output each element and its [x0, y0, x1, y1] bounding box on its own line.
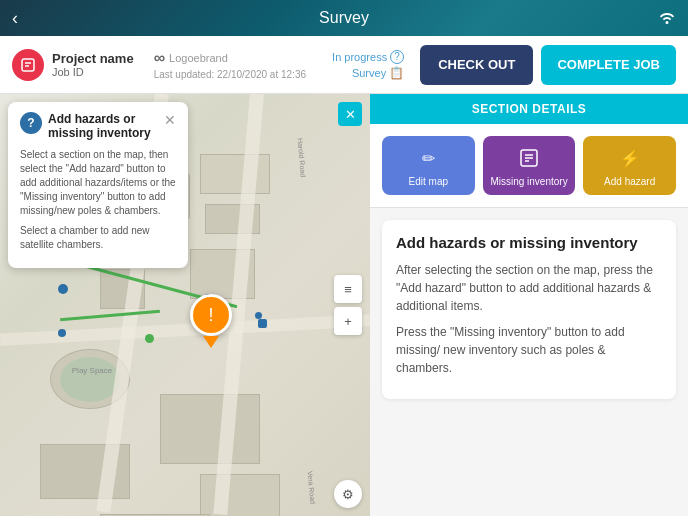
survey-badge: Survey 📋	[352, 66, 404, 80]
svg-rect-0	[22, 59, 34, 71]
map-road-label-3: Harold Road	[296, 138, 306, 178]
add-hazard-icon: ⚡	[616, 144, 644, 172]
map-path-2	[60, 310, 160, 322]
add-hazard-button[interactable]: ⚡ Add hazard	[583, 136, 676, 195]
marker-pin	[203, 336, 219, 348]
map-building	[200, 474, 280, 516]
logo-name: Logoebrand	[169, 52, 228, 64]
tooltip-text-1: Select a section on the map, then select…	[20, 148, 176, 218]
logo-brand: ∞ Logoebrand	[154, 49, 228, 67]
project-name: Project name	[52, 51, 134, 66]
tooltip-title: Add hazards or missing inventory	[48, 112, 164, 140]
info-card-text-2: Press the "Missing inventory" button to …	[396, 323, 662, 377]
map-dot-blue-1[interactable]	[58, 284, 68, 294]
tooltip-header: ? Add hazards or missing inventory ✕	[20, 112, 176, 140]
map-road-h	[0, 314, 370, 345]
map-dot-sq-2[interactable]	[258, 319, 267, 328]
map-marker[interactable]: !	[190, 294, 232, 348]
right-panel: SECTION DETAILS ✏ Edit map Missing inven…	[370, 94, 688, 516]
edit-map-icon: ✏	[414, 144, 442, 172]
edit-map-button[interactable]: ✏ Edit map	[382, 136, 475, 195]
status-area: In progress ? Survey 📋	[332, 50, 404, 80]
map-tools: ≡ +	[334, 275, 362, 335]
status-badge: In progress ?	[332, 50, 404, 64]
edit-map-label: Edit map	[409, 176, 448, 187]
project-text: Project name Job ID	[52, 51, 134, 78]
map-tooltip: ? Add hazards or missing inventory ✕ Sel…	[8, 102, 188, 268]
last-updated: Last updated: 22/10/2020 at 12:36	[154, 69, 306, 80]
map-dot-blue-3[interactable]	[255, 312, 262, 319]
map-dot-green[interactable]	[145, 334, 154, 343]
map-background: ! ? Add hazards or missing inventory ✕ S…	[0, 94, 370, 516]
add-hazard-label: Add hazard	[604, 176, 655, 187]
map-zoom-button[interactable]: +	[334, 307, 362, 335]
header-title: Survey	[319, 9, 369, 27]
info-card-text-1: After selecting the section on the map, …	[396, 261, 662, 315]
missing-inventory-label: Missing inventory	[490, 176, 567, 187]
map-park-label: Play Space	[52, 366, 132, 375]
logo-brand-area: ∞ Logoebrand Last updated: 22/10/2020 at…	[154, 49, 306, 80]
marker-circle: !	[190, 294, 232, 336]
map-building	[200, 154, 270, 194]
project-icon	[12, 49, 44, 81]
info-card-title: Add hazards or missing inventory	[396, 234, 662, 251]
back-button[interactable]: ‹	[12, 8, 18, 29]
map-layers-button[interactable]: ≡	[334, 275, 362, 303]
toolbar: Project name Job ID ∞ Logoebrand Last up…	[0, 36, 688, 94]
tooltip-close-button[interactable]: ✕	[164, 112, 176, 128]
map-area[interactable]: ! ? Add hazards or missing inventory ✕ S…	[0, 94, 370, 516]
job-id: Job ID	[52, 66, 134, 78]
app-header: ‹ Survey	[0, 0, 688, 36]
complete-job-button[interactable]: COMPLETE JOB	[541, 45, 676, 85]
map-settings-button[interactable]: ⚙	[334, 480, 362, 508]
logo-icon: ∞	[154, 49, 165, 67]
project-info: Project name Job ID ∞ Logoebrand Last up…	[12, 49, 324, 81]
map-close-button[interactable]: ✕	[338, 102, 362, 126]
missing-inventory-icon	[515, 144, 543, 172]
info-card: Add hazards or missing inventory After s…	[382, 220, 676, 399]
missing-inventory-button[interactable]: Missing inventory	[483, 136, 576, 195]
tooltip-text-2: Select a chamber to add new satellite ch…	[20, 224, 176, 252]
tooltip-help-icon: ?	[20, 112, 42, 134]
map-dot-blue-2[interactable]	[58, 329, 66, 337]
wifi-icon	[658, 10, 676, 27]
checkout-button[interactable]: CHECK OUT	[420, 45, 533, 85]
action-buttons: ✏ Edit map Missing inventory ⚡ Add hazar…	[370, 124, 688, 208]
main-content: ! ? Add hazards or missing inventory ✕ S…	[0, 94, 688, 516]
map-road-label-2: Vera Road	[307, 471, 317, 505]
map-building	[160, 394, 260, 464]
section-details-header: SECTION DETAILS	[370, 94, 688, 124]
